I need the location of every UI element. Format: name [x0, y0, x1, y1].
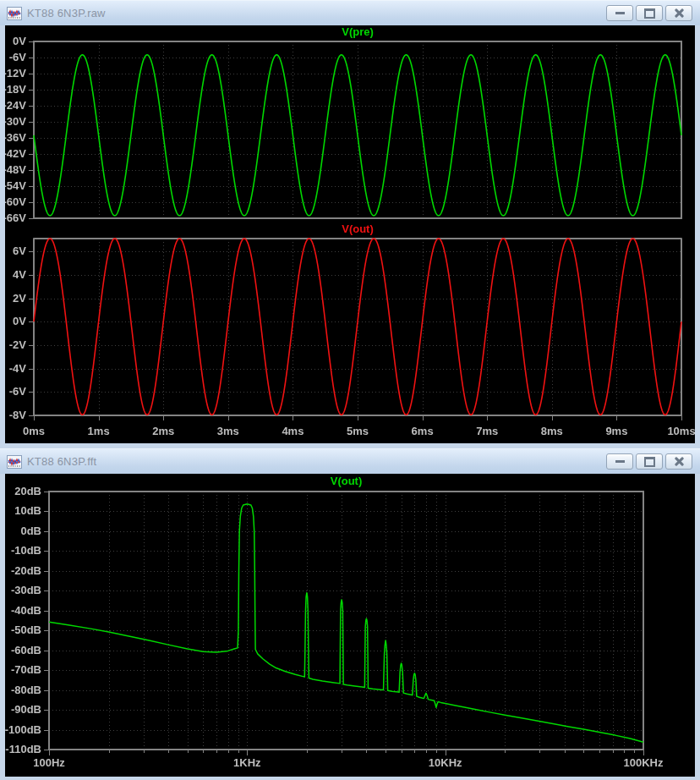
- maximize-button[interactable]: [636, 453, 663, 470]
- window-title: KT88 6N3P.fft: [27, 455, 96, 468]
- maximize-button[interactable]: [636, 5, 663, 21]
- window-title: KT88 6N3P.raw: [27, 7, 106, 19]
- minimize-button[interactable]: [606, 5, 633, 21]
- waveform-app-icon: [7, 7, 22, 20]
- titlebar-fft[interactable]: KT88 6N3P.fft: [0, 448, 700, 474]
- titlebar-raw[interactable]: KT88 6N3P.raw: [0, 0, 700, 25]
- close-icon: [674, 456, 685, 467]
- close-icon: [674, 8, 685, 19]
- minimize-icon: [615, 460, 625, 463]
- trace-label-vout[interactable]: V(out): [34, 223, 681, 235]
- fft-plot-canvas[interactable]: [5, 474, 695, 777]
- minimize-icon: [615, 12, 625, 14]
- plot-client-raw: V(pre) V(out): [5, 25, 695, 443]
- trace-label-fft-vout[interactable]: V(out): [49, 475, 643, 487]
- window-controls: [606, 453, 700, 470]
- plot-client-fft: V(out): [5, 474, 695, 777]
- maximize-icon: [644, 457, 655, 467]
- window-raw: KT88 6N3P.raw V(pre) V(out): [0, 0, 700, 448]
- close-button[interactable]: [665, 5, 692, 21]
- waveform-app-icon: [7, 455, 22, 469]
- maximize-icon: [644, 8, 655, 19]
- desktop: KT88 6N3P.raw V(pre) V(out) KT88 6N3P.ff…: [0, 0, 700, 780]
- close-button[interactable]: [665, 453, 692, 470]
- window-fft: KT88 6N3P.fft V(out): [0, 448, 700, 780]
- window-controls: [606, 5, 700, 21]
- minimize-button[interactable]: [606, 453, 633, 470]
- trace-label-vpre[interactable]: V(pre): [34, 26, 681, 38]
